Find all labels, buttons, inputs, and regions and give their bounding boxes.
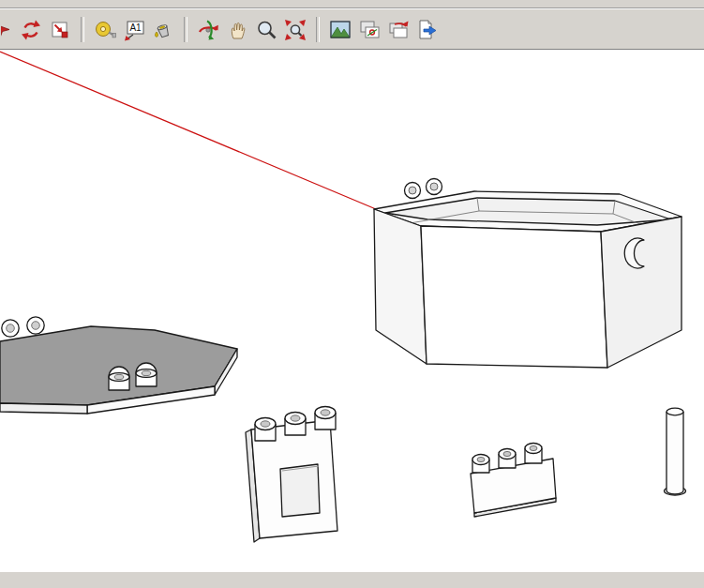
- cylindrical-pin[interactable]: [665, 408, 686, 495]
- plate-square-hole[interactable]: [280, 464, 320, 517]
- strip-knuckle-2-hole: [503, 451, 511, 456]
- dimension-button[interactable]: A1: [121, 17, 147, 43]
- orbit-button[interactable]: [195, 17, 221, 43]
- open-hexagonal-box[interactable]: [374, 179, 682, 369]
- photo-rotate-button[interactable]: [385, 17, 412, 43]
- box-ring-2-hole: [430, 183, 438, 190]
- pan-button[interactable]: [224, 17, 250, 43]
- zoom-icon: [254, 18, 278, 42]
- toolbar: A1: [0, 8, 704, 50]
- red-axis-line: [0, 52, 376, 209]
- zoom-extents-icon: [283, 18, 307, 42]
- export-page-icon: [415, 18, 440, 42]
- lid-left-side-face[interactable]: [0, 403, 87, 414]
- photo-rotate-icon: [386, 18, 411, 42]
- paint-bucket-icon: [151, 18, 175, 42]
- photo-match-button[interactable]: [356, 17, 382, 43]
- window-chrome: A1: [0, 0, 704, 50]
- lid-ring-1-hole: [7, 324, 15, 333]
- toolbar-separator: [316, 17, 320, 42]
- zoom-button[interactable]: [253, 17, 279, 43]
- pin-body[interactable]: [667, 412, 683, 494]
- toolbar-separator: [81, 17, 84, 42]
- import-model-icon: [49, 19, 71, 41]
- terrain-photo-button[interactable]: [327, 17, 353, 43]
- hexagonal-lid[interactable]: [0, 317, 237, 414]
- dimension-label: A1: [129, 23, 142, 33]
- photo-match-icon: [357, 18, 382, 42]
- orbit-icon: [196, 18, 220, 42]
- dimension-icon: A1: [122, 18, 146, 42]
- box-ring-1-hole: [409, 187, 416, 194]
- hinge-strip[interactable]: [471, 444, 556, 518]
- model-viewport[interactable]: [0, 50, 704, 571]
- zoom-extents-button[interactable]: [282, 17, 308, 43]
- toolbar-separator: [184, 17, 187, 42]
- box-front-face[interactable]: [421, 226, 607, 368]
- reload-icon: [20, 19, 42, 41]
- menu-strip: [0, 0, 704, 8]
- paint-bucket-button[interactable]: [150, 17, 176, 43]
- lid-knuckle-2-hole: [142, 370, 151, 375]
- select-cursor-icon: [1, 19, 14, 41]
- lid-ring-2-hole: [32, 322, 40, 330]
- plate-knuckle-3-hole: [321, 410, 330, 415]
- box-left-face[interactable]: [374, 209, 427, 364]
- plate-knuckle-2-hole: [291, 415, 300, 421]
- pin-top: [667, 408, 683, 415]
- import-model-button[interactable]: [47, 17, 73, 43]
- status-bar: [0, 571, 704, 587]
- reload-button[interactable]: [18, 17, 44, 43]
- strip-knuckle-3-hole: [530, 445, 537, 450]
- scene-canvas[interactable]: [0, 50, 704, 571]
- lid-knuckle-1-hole: [114, 374, 124, 379]
- hinge-plate-with-square-hole[interactable]: [246, 407, 337, 543]
- select-cursor-button[interactable]: [1, 17, 15, 43]
- strip-knuckle-1-hole: [477, 457, 485, 461]
- terrain-photo-icon: [328, 18, 352, 42]
- tape-measure-button[interactable]: [92, 17, 118, 43]
- plate-knuckle-1-hole: [261, 421, 270, 427]
- tape-measure-icon: [93, 18, 117, 42]
- pan-hand-icon: [225, 18, 249, 42]
- export-button[interactable]: [414, 17, 441, 43]
